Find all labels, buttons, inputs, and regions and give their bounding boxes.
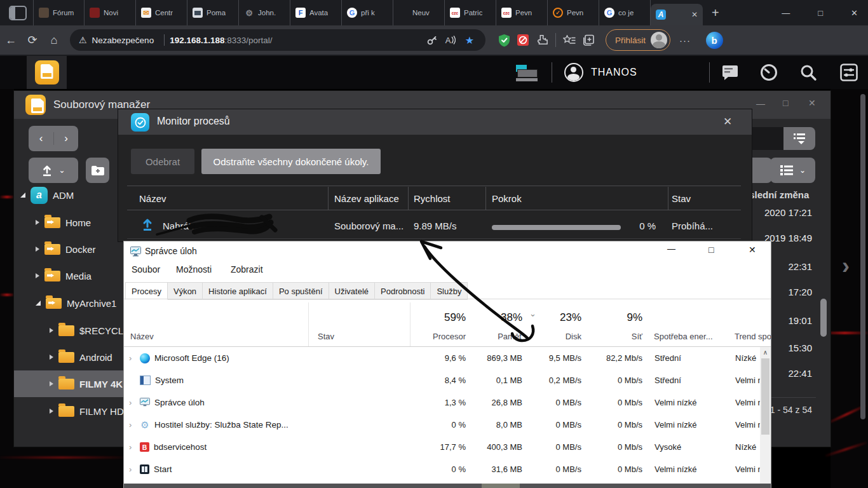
tab-close-icon[interactable]: ✕ (691, 10, 698, 19)
col-pamet[interactable]: Paměť (471, 332, 522, 341)
remove-button[interactable]: Odebrat (131, 149, 194, 174)
dialog-titlebar[interactable]: Monitor procesů ✕ (118, 109, 752, 135)
browser-tab[interactable]: czcPevn (496, 0, 548, 25)
scroll-thumb[interactable] (761, 358, 770, 435)
col-disk[interactable]: Disk (528, 332, 581, 341)
search-icon[interactable] (799, 64, 817, 81)
tab-vykon[interactable]: Výkon (168, 282, 203, 300)
file-list-scrollbar[interactable] (820, 299, 827, 337)
collapsed-icon[interactable] (50, 328, 53, 333)
expand-icon[interactable]: › (129, 420, 135, 430)
browser-tab[interactable]: Fórum (33, 0, 85, 25)
browser-tab[interactable]: Poma (187, 0, 239, 25)
maximize-button[interactable]: □ (783, 98, 788, 108)
tab-po-spusteni[interactable]: Po spuštění (273, 282, 329, 300)
upload-button[interactable]: ⌄ (29, 158, 78, 183)
process-row[interactable]: ›Start 0 % 31,6 MB 0 MB/s 0 Mb/s Velmi n… (124, 458, 760, 480)
scroll-up-icon[interactable]: ∧ (760, 347, 771, 356)
taskbar-file-manager-tile[interactable] (27, 56, 67, 89)
favorites-list-icon[interactable] (560, 35, 579, 46)
page-scrollbar[interactable] (860, 94, 865, 419)
minimize-button[interactable]: — (756, 98, 765, 109)
new-tab-button[interactable]: + (712, 6, 719, 20)
reload-button[interactable]: ⟳ (22, 33, 43, 47)
security-label[interactable]: Nezabezpečeno (92, 36, 154, 45)
cpu-total[interactable]: 59% (410, 311, 466, 324)
system-monitor-icon[interactable] (760, 64, 778, 81)
close-button[interactable]: ✕ (808, 98, 816, 108)
back-icon[interactable]: ‹ (29, 132, 54, 145)
tm-close-button[interactable]: ✕ (749, 245, 756, 255)
back-button[interactable]: ← (0, 34, 22, 47)
url-path[interactable]: :8333/portal/ (224, 36, 272, 45)
tab-actions-icon[interactable] (9, 6, 27, 20)
tab-procesy[interactable]: Procesy (125, 282, 168, 300)
collapsed-icon[interactable] (50, 409, 53, 414)
insecure-warning-icon[interactable]: ⚠ (79, 35, 87, 45)
dialog-close-button[interactable]: ✕ (723, 115, 732, 128)
search-options-button[interactable] (783, 127, 815, 150)
col-progress[interactable]: Pokrok (492, 193, 522, 204)
menu-moznosti[interactable]: Možnosti (176, 264, 212, 274)
carousel-next-icon[interactable]: › (842, 253, 850, 280)
expand-icon[interactable]: › (129, 398, 135, 407)
menu-soubor[interactable]: Soubor (132, 264, 160, 274)
browser-tab[interactable]: ⚙John. (239, 0, 290, 25)
adblock-extension-icon[interactable] (513, 34, 532, 46)
menu-zobrazit[interactable]: Zobrazit (231, 264, 263, 274)
col-name[interactable]: Název (139, 193, 166, 204)
view-mode-button[interactable]: ⌄ (770, 158, 815, 183)
settings-overflow-icon[interactable]: ··· (675, 35, 695, 46)
col-spotreba[interactable]: Spotřeba ener... (648, 332, 730, 341)
mem-total[interactable]: 38% (471, 311, 522, 324)
browser-tab[interactable]: Neuv (393, 0, 445, 25)
collapsed-icon[interactable] (50, 381, 53, 386)
url-host[interactable]: 192.168.1.188 (170, 36, 224, 45)
address-bar[interactable]: ⚠ Nezabezpečeno 192.168.1.188 :8333/port… (70, 29, 485, 51)
col-trend[interactable]: Trend spotř (729, 332, 771, 341)
process-row[interactable]: ›Microsoft Edge (16) 9,6 % 869,3 MB 9,5 … (124, 347, 760, 369)
col-sit[interactable]: Síť (587, 332, 642, 341)
tm-maximize-button[interactable]: □ (709, 245, 714, 255)
tree-item-adm[interactable]: a ADM (14, 182, 130, 208)
collapsed-icon[interactable] (36, 220, 39, 225)
tab-sluzby[interactable]: Služby (431, 282, 468, 300)
bookmark-star-icon[interactable]: ★ (460, 34, 479, 46)
signin-button[interactable]: Přihlásit (606, 29, 670, 51)
col-procesor[interactable]: Procesor (410, 332, 466, 341)
expand-icon[interactable]: › (129, 464, 135, 474)
tm-scrollbar[interactable]: ∧ (760, 347, 771, 484)
notifications-icon[interactable] (722, 65, 738, 81)
collapsed-icon[interactable] (36, 247, 39, 252)
preferences-icon[interactable] (840, 64, 858, 81)
shield-extension-icon[interactable] (494, 34, 513, 47)
window-close[interactable]: ✕ (851, 8, 858, 18)
tab-historie[interactable]: Historie aplikací (203, 282, 273, 300)
layout-switcher-icon[interactable] (516, 64, 539, 81)
net-total[interactable]: 9% (587, 311, 642, 324)
user-avatar[interactable] (564, 63, 583, 82)
tab-uzivatele[interactable]: Uživatelé (329, 282, 375, 300)
process-row[interactable]: ›⚙Hostitel služby: Služba State Rep... 0… (124, 414, 760, 436)
browser-tab[interactable]: ✓Pevn (548, 0, 599, 25)
window-minimize[interactable]: — (782, 8, 790, 18)
browser-tab[interactable]: FAvata (290, 0, 342, 25)
home-button[interactable]: ⌂ (43, 34, 65, 47)
col-status[interactable]: Stav (672, 193, 691, 204)
browser-tab[interactable]: Novi (85, 0, 136, 25)
password-key-icon[interactable] (422, 35, 441, 46)
col-app[interactable]: Název aplikace (334, 193, 399, 204)
collections-icon[interactable] (579, 34, 598, 46)
extensions-puzzle-icon[interactable] (532, 34, 552, 46)
browser-tab[interactable]: czcPatric (445, 0, 496, 25)
process-row[interactable]: ›Správce úloh 1,3 % 26,8 MB 0 MB/s 0 Mb/… (124, 391, 760, 414)
process-row[interactable]: System 8,4 % 0,1 MB 0,2 MB/s 0 Mb/s Stře… (124, 369, 760, 391)
bing-chat-icon[interactable]: b (705, 32, 724, 49)
tab-podrobnosti[interactable]: Podrobnosti (375, 282, 431, 300)
collapsed-icon[interactable] (36, 273, 39, 278)
collapsed-icon[interactable] (50, 355, 53, 360)
browser-tab[interactable]: ✉Centr (136, 0, 187, 25)
browser-tab[interactable]: Gpři k (342, 0, 393, 25)
username[interactable]: THANOS (591, 67, 637, 78)
clear-completed-button[interactable]: Odstraňte všechny dokončené úkoly. (201, 149, 381, 174)
